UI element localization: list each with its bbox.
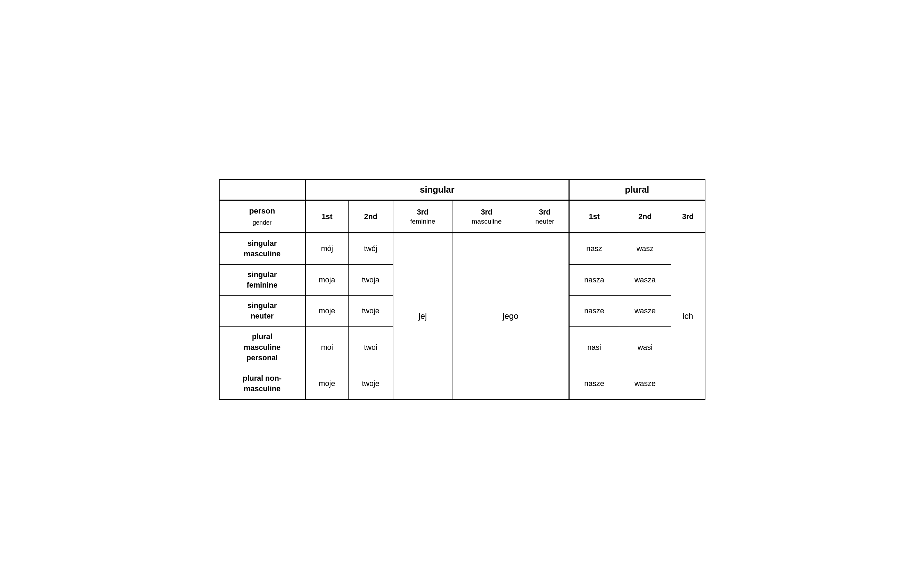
- s3rd-neut-header: 3rd neuter: [521, 200, 569, 233]
- cell-sing-fem-s2: twoja: [348, 264, 393, 295]
- cell-sing-neut-s2: twoje: [348, 296, 393, 327]
- cell-plur-masc-s2: twoi: [348, 327, 393, 368]
- cell-plur-nonmasc-p1: nasze: [569, 368, 619, 399]
- neut-sublabel: neuter: [536, 218, 554, 225]
- cell-sing-fem-p2: wasza: [619, 264, 671, 295]
- s2nd-header: 2nd: [348, 200, 393, 233]
- cell-sing-fem-s1: moja: [305, 264, 349, 295]
- fem-sublabel: feminine: [410, 218, 435, 225]
- cell-sing-neut-s1: moje: [305, 296, 349, 327]
- cell-plur-nonmasc-s2: twoje: [348, 368, 393, 399]
- cell-sing-masc-s2: twój: [348, 233, 393, 264]
- cell-sing-masc-s1: mój: [305, 233, 349, 264]
- p2nd-header: 2nd: [619, 200, 671, 233]
- empty-corner: [219, 180, 305, 200]
- person-label: person: [249, 206, 275, 215]
- row-label-plur-nonmasc: plural non-masculine: [219, 368, 305, 399]
- cell-plur-nonmasc-p2: wasze: [619, 368, 671, 399]
- cell-sing-neut-p2: wasze: [619, 296, 671, 327]
- person-gender-header: person gender: [219, 200, 305, 233]
- cell-plur-masc-s1: moi: [305, 327, 349, 368]
- cell-sing-neut-p1: nasze: [569, 296, 619, 327]
- cell-jego: jego: [453, 233, 569, 399]
- row-label-sing-masc: singularmasculine: [219, 233, 305, 264]
- row-label-plur-masc: pluralmasculinepersonal: [219, 327, 305, 368]
- row-label-sing-fem: singularfeminine: [219, 264, 305, 295]
- cell-plur-masc-p1: nasi: [569, 327, 619, 368]
- cell-plur-nonmasc-s1: moje: [305, 368, 349, 399]
- masc-sublabel: masculine: [471, 218, 502, 225]
- gender-label: gender: [253, 219, 272, 226]
- s3rd-fem-header: 3rd feminine: [393, 200, 453, 233]
- p3rd-header: 3rd: [671, 200, 705, 233]
- cell-jej: jej: [393, 233, 453, 399]
- plural-header: plural: [569, 180, 705, 200]
- cell-sing-fem-p1: nasza: [569, 264, 619, 295]
- cell-plur-masc-p2: wasi: [619, 327, 671, 368]
- s1st-header: 1st: [305, 200, 349, 233]
- p1st-header: 1st: [569, 200, 619, 233]
- cell-ich: ich: [671, 233, 705, 399]
- cell-sing-masc-p1: nasz: [569, 233, 619, 264]
- conjugation-table: singular plural person gender 1st 2nd 3r…: [219, 179, 706, 399]
- table-container: singular plural person gender 1st 2nd 3r…: [219, 179, 706, 399]
- table-row: singularmasculine mój twój jej jego nasz…: [219, 233, 705, 264]
- s3rd-masc-header: 3rd masculine: [453, 200, 521, 233]
- cell-sing-masc-p2: wasz: [619, 233, 671, 264]
- singular-header: singular: [305, 180, 569, 200]
- row-label-sing-neut: singularneuter: [219, 296, 305, 327]
